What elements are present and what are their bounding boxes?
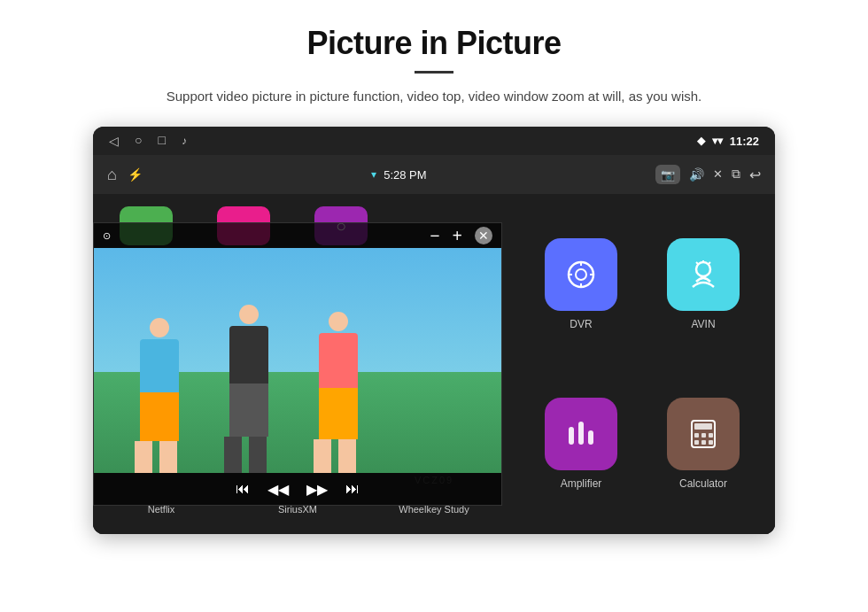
app-bar-right: 📷 🔊 ✕ ⧉ ↩ (655, 165, 761, 184)
app-bar-time: 5:28 PM (384, 168, 426, 182)
svg-point-0 (569, 262, 593, 287)
status-bar-nav: ◁ ○ □ ♪ (109, 134, 187, 149)
svg-rect-14 (694, 423, 712, 430)
page-title: Picture in Picture (306, 25, 561, 62)
video-content (94, 248, 501, 473)
back-icon[interactable]: ◁ (109, 134, 119, 149)
svg-line-8 (709, 262, 710, 264)
svg-rect-18 (694, 440, 699, 445)
pip-controls: − + ✕ (430, 226, 492, 246)
calculator-icon-box (667, 398, 740, 470)
pip-window[interactable]: ⊙ − + ✕ (93, 222, 502, 506)
location-icon: ◆ (697, 135, 705, 147)
svg-rect-16 (701, 433, 706, 438)
camera-badge[interactable]: 📷 (655, 165, 680, 184)
main-content: ○ ⊙ − + ✕ (93, 194, 775, 534)
app-amplifier[interactable]: Amplifier (527, 371, 635, 516)
svg-line-9 (696, 262, 698, 264)
pip-icon[interactable]: ⧉ (732, 167, 740, 182)
svg-rect-12 (588, 430, 593, 445)
usb-icon: ⚡ (128, 167, 143, 182)
wifi-status-icon: ▾ (371, 168, 376, 181)
pip-forward-btn[interactable]: ▶▶ (306, 481, 328, 498)
avin-svg-icon (684, 255, 723, 294)
home-house-icon[interactable]: ⌂ (107, 166, 117, 184)
dvr-label: DVR (570, 318, 592, 330)
calculator-svg-icon (684, 414, 723, 453)
svg-point-6 (696, 262, 710, 276)
app-dvr[interactable]: DVR (527, 212, 635, 357)
volume-icon[interactable]: 🔊 (689, 167, 704, 182)
pip-prev-btn[interactable]: ⏮ (236, 481, 250, 497)
amplifier-icon-box (545, 398, 617, 470)
pip-plus-btn[interactable]: + (453, 226, 462, 246)
device-frame: ◁ ○ □ ♪ ◆ ▾▾ 11:22 ⌂ ⚡ ▾ 5:28 PM (93, 127, 775, 534)
avin-label: AVIN (691, 318, 715, 330)
app-bar-left: ⌂ ⚡ (107, 166, 143, 184)
title-divider (415, 71, 453, 74)
page-subtitle: Support video picture in picture functio… (167, 86, 701, 107)
svg-point-1 (576, 269, 586, 280)
dvr-svg-icon (562, 255, 601, 294)
dvr-icon-box (545, 238, 617, 311)
pip-bottom-bar: ⏮ ◀◀ ▶▶ ⏭ (94, 473, 501, 505)
svg-rect-19 (701, 440, 706, 445)
undo-icon[interactable]: ↩ (749, 167, 761, 183)
calculator-label: Calculator (679, 477, 727, 490)
page-wrapper: Picture in Picture Support video picture… (0, 0, 868, 612)
pip-top-bar: ⊙ − + ✕ (94, 223, 501, 248)
pip-close-btn[interactable]: ✕ (475, 227, 492, 244)
pip-rewind-btn[interactable]: ◀◀ (267, 481, 289, 498)
close-x-icon[interactable]: ✕ (713, 167, 723, 182)
status-bar: ◁ ○ □ ♪ ◆ ▾▾ 11:22 (93, 127, 775, 155)
amplifier-grid-label: Amplifier (561, 477, 602, 490)
avin-icon-box (667, 238, 740, 311)
svg-rect-17 (709, 433, 713, 438)
status-bar-right: ◆ ▾▾ 11:22 (697, 135, 759, 148)
home-icon[interactable]: ○ (135, 134, 142, 148)
music-icon: ♪ (182, 135, 187, 148)
recents-icon[interactable]: □ (158, 134, 165, 148)
svg-rect-15 (694, 433, 699, 438)
svg-rect-11 (578, 422, 584, 445)
apps-right-grid: DVR AVIN (509, 194, 775, 534)
app-bar: ⌂ ⚡ ▾ 5:28 PM 📷 🔊 ✕ ⧉ ↩ (93, 155, 775, 194)
pip-video (94, 248, 501, 473)
pip-next-btn[interactable]: ⏭ (345, 481, 360, 497)
app-bar-center: ▾ 5:28 PM (371, 168, 426, 182)
wifi-icon: ▾▾ (712, 135, 723, 147)
amplifier-svg-icon (562, 414, 601, 453)
pip-minus-btn[interactable]: − (430, 226, 439, 246)
pip-record-icon: ⊙ (103, 230, 111, 242)
camera-icon: 📷 (661, 168, 675, 182)
svg-rect-10 (569, 427, 574, 445)
app-calculator[interactable]: Calculator (649, 371, 757, 516)
clock: 11:22 (730, 135, 759, 148)
svg-rect-20 (709, 440, 713, 445)
app-avin[interactable]: AVIN (649, 212, 757, 357)
